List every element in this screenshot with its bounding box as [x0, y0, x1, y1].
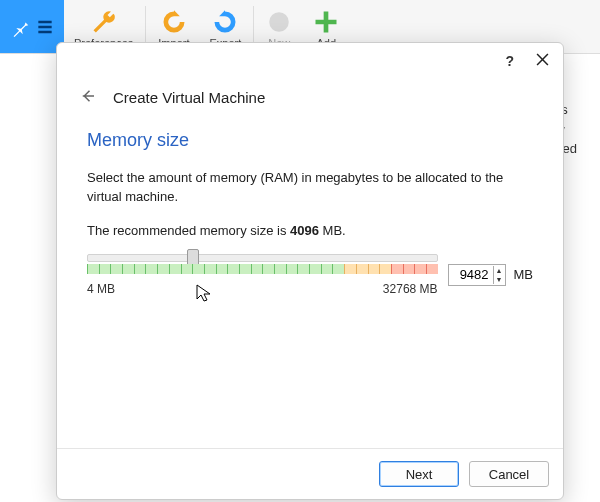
dialog-titlebar: ?: [57, 43, 563, 73]
back-button[interactable]: [79, 87, 97, 108]
recommended-text: The recommended memory size is 4096 MB.: [87, 223, 533, 238]
slider-ticks: [87, 264, 438, 276]
slider-min-label: 4 MB: [87, 282, 115, 296]
export-icon: [211, 7, 239, 37]
help-button[interactable]: ?: [505, 53, 514, 69]
next-button[interactable]: Next: [379, 461, 459, 487]
add-icon: [312, 7, 340, 37]
cancel-button[interactable]: Cancel: [469, 461, 549, 487]
arrow-left-icon: [79, 87, 97, 105]
memory-input[interactable]: [449, 265, 493, 285]
spin-up-button[interactable]: ▲: [494, 266, 505, 275]
description-text: Select the amount of memory (RAM) in meg…: [87, 169, 533, 207]
dialog-content: Memory size Select the amount of memory …: [57, 114, 563, 448]
wrench-icon: [90, 7, 118, 37]
memory-spinbox-group: ▲ ▼ MB: [448, 264, 533, 286]
create-vm-dialog: ? Create Virtual Machine Memory size Sel…: [56, 42, 564, 500]
pin-icon: [9, 16, 31, 38]
slider-track: [87, 254, 438, 262]
new-icon: [266, 7, 292, 37]
close-icon: [536, 53, 549, 66]
import-icon: [160, 7, 188, 37]
slider-max-label: 32768 MB: [383, 282, 438, 296]
memory-slider[interactable]: 4 MB 32768 MB: [87, 254, 438, 296]
close-button[interactable]: [536, 53, 549, 69]
memory-slider-row: 4 MB 32768 MB ▲ ▼ MB: [87, 254, 533, 296]
dialog-header: Create Virtual Machine: [57, 73, 563, 114]
toolbar-separator: [145, 6, 146, 47]
svg-point-0: [270, 12, 290, 32]
spin-down-button[interactable]: ▼: [494, 275, 505, 284]
memory-spinbox[interactable]: ▲ ▼: [448, 264, 506, 286]
list-icon: [35, 17, 55, 37]
section-heading: Memory size: [87, 130, 533, 151]
unit-label: MB: [514, 267, 534, 282]
toolbar-separator: [253, 6, 254, 47]
app-pin-button[interactable]: [0, 0, 64, 53]
dialog-footer: Next Cancel: [57, 448, 563, 499]
dialog-title: Create Virtual Machine: [113, 89, 265, 106]
slider-range-labels: 4 MB 32768 MB: [87, 282, 438, 296]
